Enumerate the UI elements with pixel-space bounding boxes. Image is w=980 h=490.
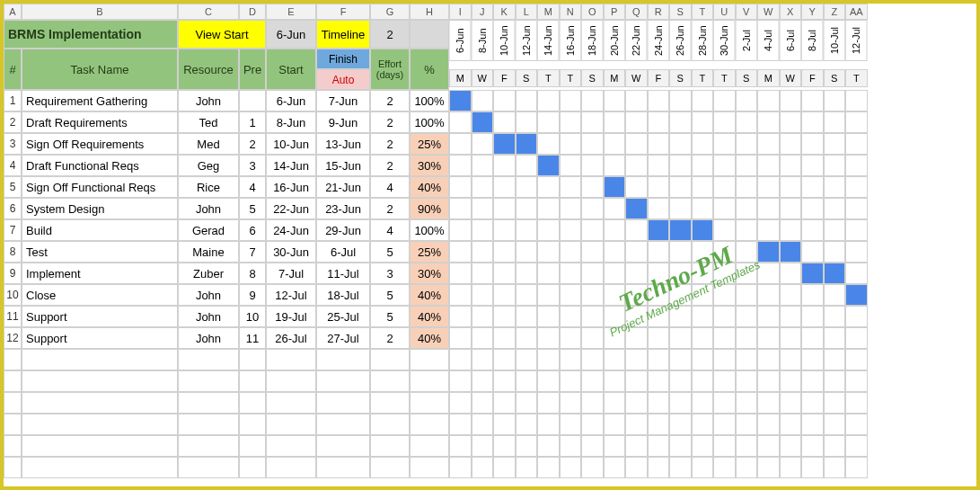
empty-cell[interactable] xyxy=(824,370,846,392)
effort-6[interactable]: 2 xyxy=(370,198,410,219)
empty-cell[interactable] xyxy=(266,349,316,370)
start-10[interactable]: 12-Jul xyxy=(266,284,316,306)
finish-6[interactable]: 23-Jun xyxy=(316,198,370,219)
empty-cell[interactable] xyxy=(669,392,692,414)
empty-cell[interactable] xyxy=(604,370,626,392)
col-header-G[interactable]: G xyxy=(370,4,410,20)
row-num-9[interactable]: 9 xyxy=(4,263,22,284)
empty-cell[interactable] xyxy=(178,370,239,392)
empty-cell[interactable] xyxy=(757,392,780,414)
col-header-B[interactable]: B xyxy=(22,4,178,20)
start-11[interactable]: 19-Jul xyxy=(266,306,316,327)
pre-7[interactable]: 6 xyxy=(239,219,266,241)
effort-8[interactable]: 5 xyxy=(370,241,410,263)
spreadsheet-grid[interactable]: ABCDEFGHIJKLMNOPQRSTUVWXYZAABRMS Impleme… xyxy=(4,4,976,478)
percent-1[interactable]: 100% xyxy=(410,90,449,111)
empty-cell[interactable] xyxy=(239,457,266,478)
resource-8[interactable]: Maine xyxy=(178,241,239,263)
empty-cell[interactable] xyxy=(516,370,538,392)
empty-cell[interactable] xyxy=(537,349,560,370)
empty-cell[interactable] xyxy=(845,392,868,414)
finish-8[interactable]: 6-Jul xyxy=(316,241,370,263)
empty-cell[interactable] xyxy=(316,392,370,414)
empty-cell[interactable] xyxy=(493,457,516,478)
effort-11[interactable]: 5 xyxy=(370,306,410,327)
col-header-X[interactable]: X xyxy=(780,4,802,20)
empty-cell[interactable] xyxy=(713,435,736,457)
view-start-label[interactable]: View Start xyxy=(178,20,266,49)
effort-7[interactable]: 4 xyxy=(370,219,410,241)
empty-cell[interactable] xyxy=(581,349,604,370)
start-9[interactable]: 7-Jul xyxy=(266,263,316,284)
empty-cell[interactable] xyxy=(4,370,22,392)
empty-h-cell[interactable] xyxy=(410,20,449,49)
start-1[interactable]: 6-Jun xyxy=(266,90,316,111)
percent-5[interactable]: 40% xyxy=(410,176,449,198)
percent-10[interactable]: 40% xyxy=(410,284,449,306)
empty-cell[interactable] xyxy=(493,349,516,370)
start-5[interactable]: 16-Jun xyxy=(266,176,316,198)
resource-6[interactable]: John xyxy=(178,198,239,219)
col-header-F[interactable]: F xyxy=(316,4,370,20)
empty-cell[interactable] xyxy=(493,435,516,457)
empty-cell[interactable] xyxy=(845,414,868,435)
empty-cell[interactable] xyxy=(472,414,494,435)
empty-cell[interactable] xyxy=(537,392,560,414)
empty-cell[interactable] xyxy=(4,457,22,478)
empty-cell[interactable] xyxy=(824,349,846,370)
empty-cell[interactable] xyxy=(625,392,648,414)
empty-cell[interactable] xyxy=(581,457,604,478)
empty-cell[interactable] xyxy=(472,370,494,392)
empty-cell[interactable] xyxy=(736,457,758,478)
empty-cell[interactable] xyxy=(239,349,266,370)
pre-6[interactable]: 5 xyxy=(239,198,266,219)
empty-cell[interactable] xyxy=(178,435,239,457)
row-num-3[interactable]: 3 xyxy=(4,133,22,155)
empty-cell[interactable] xyxy=(780,370,802,392)
empty-cell[interactable] xyxy=(625,457,648,478)
effort-10[interactable]: 5 xyxy=(370,284,410,306)
col-header-V[interactable]: V xyxy=(736,4,758,20)
empty-cell[interactable] xyxy=(692,392,714,414)
empty-cell[interactable] xyxy=(713,457,736,478)
empty-cell[interactable] xyxy=(625,414,648,435)
percent-9[interactable]: 30% xyxy=(410,263,449,284)
empty-cell[interactable] xyxy=(757,370,780,392)
col-header-L[interactable]: L xyxy=(516,4,538,20)
empty-cell[interactable] xyxy=(736,435,758,457)
empty-cell[interactable] xyxy=(22,349,178,370)
task-name-8[interactable]: Test xyxy=(22,241,178,263)
effort-2[interactable]: 2 xyxy=(370,111,410,133)
empty-cell[interactable] xyxy=(648,435,670,457)
empty-cell[interactable] xyxy=(370,392,410,414)
col-header-N[interactable]: N xyxy=(560,4,582,20)
pre-5[interactable]: 4 xyxy=(239,176,266,198)
col-header-Q[interactable]: Q xyxy=(625,4,648,20)
empty-cell[interactable] xyxy=(410,370,449,392)
col-header-S[interactable]: S xyxy=(669,4,692,20)
empty-cell[interactable] xyxy=(824,414,846,435)
col-header-I[interactable]: I xyxy=(449,4,472,20)
empty-cell[interactable] xyxy=(266,457,316,478)
percent-6[interactable]: 90% xyxy=(410,198,449,219)
empty-cell[interactable] xyxy=(493,414,516,435)
row-num-6[interactable]: 6 xyxy=(4,198,22,219)
empty-cell[interactable] xyxy=(845,457,868,478)
empty-cell[interactable] xyxy=(560,349,582,370)
pre-12[interactable]: 11 xyxy=(239,327,266,349)
empty-cell[interactable] xyxy=(780,414,802,435)
empty-cell[interactable] xyxy=(824,457,846,478)
resource-4[interactable]: Geg xyxy=(178,155,239,176)
col-header-W[interactable]: W xyxy=(757,4,780,20)
empty-cell[interactable] xyxy=(604,349,626,370)
start-2[interactable]: 8-Jun xyxy=(266,111,316,133)
empty-cell[interactable] xyxy=(4,435,22,457)
empty-cell[interactable] xyxy=(757,435,780,457)
empty-cell[interactable] xyxy=(449,457,472,478)
view-start-date[interactable]: 6-Jun xyxy=(266,20,316,49)
pre-4[interactable]: 3 xyxy=(239,155,266,176)
empty-cell[interactable] xyxy=(780,392,802,414)
col-header-O[interactable]: O xyxy=(581,4,604,20)
empty-cell[interactable] xyxy=(370,414,410,435)
empty-cell[interactable] xyxy=(801,414,824,435)
